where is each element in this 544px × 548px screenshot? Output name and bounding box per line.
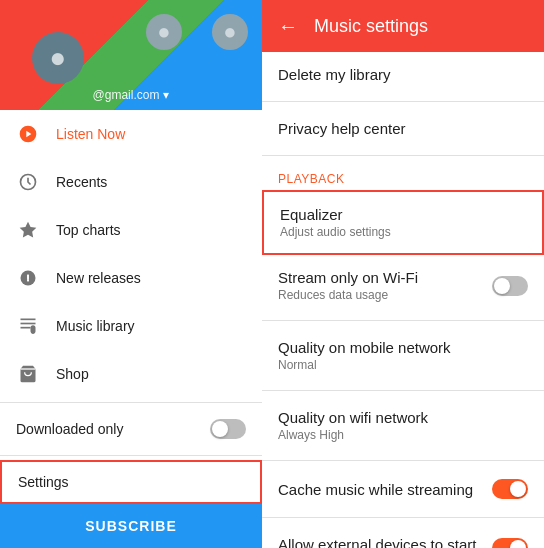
main-avatar-icon: ●: [50, 44, 67, 72]
sidebar-item-label-shop: Shop: [56, 366, 89, 382]
small-avatar-1: ●: [146, 14, 182, 50]
equalizer-sub: Adjust audio settings: [280, 225, 526, 239]
main-avatar-circle: ●: [32, 32, 84, 84]
divider-r1: [262, 101, 544, 102]
cache-streaming-left: Cache music while streaming: [278, 481, 492, 498]
setting-item-privacy-help[interactable]: Privacy help center: [262, 106, 544, 151]
sidebar-item-label-listen-now: Listen Now: [56, 126, 125, 142]
small-avatars: ● ●: [146, 14, 248, 50]
back-arrow-icon[interactable]: ←: [278, 15, 298, 38]
delete-library-title: Delete my library: [278, 66, 528, 83]
svg-rect-8: [27, 280, 29, 282]
sidebar-item-shop[interactable]: Shop: [0, 350, 262, 398]
right-panel: ← Music settings Delete my library Priva…: [262, 0, 544, 548]
stream-wifi-sub: Reduces data usage: [278, 288, 492, 302]
nav-menu: Listen Now Recents Top charts New releas…: [0, 110, 262, 504]
divider-r6: [262, 517, 544, 518]
svg-rect-9: [21, 319, 36, 321]
sidebar-item-listen-now[interactable]: Listen Now: [0, 110, 262, 158]
downloaded-only-label: Downloaded only: [16, 421, 123, 437]
settings-label: Settings: [18, 474, 69, 490]
equalizer-box: Equalizer Adjust audio settings: [262, 190, 544, 255]
stream-wifi-left: Stream only on Wi-Fi Reduces data usage: [278, 269, 492, 302]
setting-item-quality-mobile[interactable]: Quality on mobile network Normal: [262, 325, 544, 386]
sidebar-item-music-library[interactable]: Music library: [0, 302, 262, 350]
svg-rect-7: [27, 275, 29, 279]
email-text: @gmail.com: [93, 88, 160, 102]
recents-icon: [16, 170, 40, 194]
privacy-help-title: Privacy help center: [278, 120, 528, 137]
setting-item-equalizer[interactable]: Equalizer Adjust audio settings: [264, 192, 542, 253]
allow-external-toggle[interactable]: [492, 538, 528, 548]
allow-external-thumb: [510, 540, 526, 548]
settings-list: Delete my library Privacy help center PL…: [262, 52, 544, 548]
allow-external-left: Allow external devices to start playback…: [278, 536, 484, 548]
top-charts-icon: [16, 218, 40, 242]
sidebar-item-new-releases[interactable]: New releases: [0, 254, 262, 302]
sidebar-item-label-music-library: Music library: [56, 318, 135, 334]
svg-rect-11: [21, 327, 31, 329]
divider-r4: [262, 390, 544, 391]
equalizer-title: Equalizer: [280, 206, 526, 223]
downloaded-only-row: Downloaded only: [0, 407, 262, 451]
downloaded-only-toggle[interactable]: [210, 419, 246, 439]
subscribe-button[interactable]: SUBSCRIBE: [0, 504, 262, 548]
music-library-icon: [16, 314, 40, 338]
divider-r5: [262, 460, 544, 461]
sidebar-item-top-charts[interactable]: Top charts: [0, 206, 262, 254]
allow-external-title: Allow external devices to start playback: [278, 536, 484, 548]
email-row: @gmail.com ▾: [0, 88, 262, 102]
left-panel: ● ● ● @gmail.com ▾ Listen Now: [0, 0, 262, 548]
stream-wifi-thumb: [494, 278, 510, 294]
setting-item-quality-wifi[interactable]: Quality on wifi network Always High: [262, 395, 544, 456]
dropdown-arrow-icon[interactable]: ▾: [163, 88, 169, 102]
downloaded-only-thumb: [212, 421, 228, 437]
profile-header: ● ● ● @gmail.com ▾: [0, 0, 262, 110]
divider-2: [0, 455, 262, 456]
quality-mobile-title: Quality on mobile network: [278, 339, 528, 356]
cache-streaming-toggle[interactable]: [492, 479, 528, 499]
sidebar-item-label-new-releases: New releases: [56, 270, 141, 286]
svg-rect-10: [21, 323, 36, 325]
quality-wifi-sub: Always High: [278, 428, 528, 442]
svg-point-13: [31, 330, 35, 334]
small-avatar-2: ●: [212, 14, 248, 50]
quality-wifi-title: Quality on wifi network: [278, 409, 528, 426]
listen-now-icon: [16, 122, 40, 146]
stream-wifi-toggle[interactable]: [492, 276, 528, 296]
divider-r3: [262, 320, 544, 321]
sidebar-item-label-top-charts: Top charts: [56, 222, 121, 238]
cache-streaming-title: Cache music while streaming: [278, 481, 492, 498]
sidebar-item-recents[interactable]: Recents: [0, 158, 262, 206]
setting-item-cache-streaming[interactable]: Cache music while streaming: [262, 465, 544, 513]
cache-streaming-thumb: [510, 481, 526, 497]
svg-marker-3: [20, 222, 37, 238]
setting-item-allow-external[interactable]: Allow external devices to start playback…: [262, 522, 544, 548]
setting-item-stream-wifi[interactable]: Stream only on Wi-Fi Reduces data usage: [262, 255, 544, 316]
stream-wifi-title: Stream only on Wi-Fi: [278, 269, 492, 286]
divider-1: [0, 402, 262, 403]
sidebar-item-label-recents: Recents: [56, 174, 107, 190]
settings-item[interactable]: Settings: [0, 460, 262, 504]
shop-icon: [16, 362, 40, 386]
quality-mobile-sub: Normal: [278, 358, 528, 372]
divider-r2: [262, 155, 544, 156]
playback-section-label: PLAYBACK: [262, 160, 544, 190]
subscribe-label: SUBSCRIBE: [85, 518, 176, 534]
setting-item-delete-library[interactable]: Delete my library: [262, 52, 544, 97]
settings-header: ← Music settings: [262, 0, 544, 52]
settings-header-title: Music settings: [314, 16, 428, 37]
new-releases-icon: [16, 266, 40, 290]
